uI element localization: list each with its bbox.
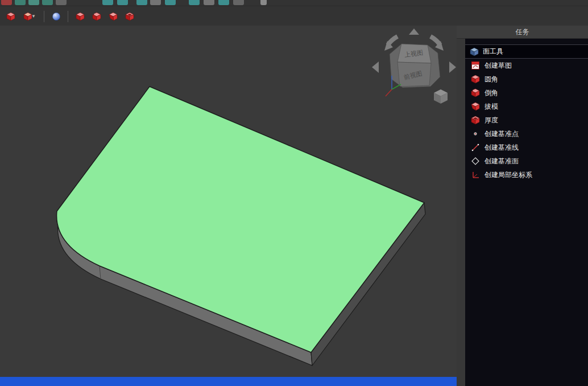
toolbar-icon-partial[interactable] [165, 0, 176, 5]
task-item-chamfer[interactable]: 倒角 [465, 86, 588, 100]
toolbar-icon-partial[interactable] [136, 0, 147, 5]
3d-viewport[interactable]: 上视图 前视图 [0, 26, 457, 386]
task-panel: 任务 面工具 创建草图 圆角 倒角 [457, 26, 588, 386]
task-panel-body: 面工具 创建草图 圆角 倒角 拔模 [465, 39, 588, 386]
chamfer-tool-icon[interactable] [89, 9, 104, 24]
selection-highlight-bar [0, 377, 457, 386]
sphere-tool-icon[interactable] [48, 9, 64, 24]
toolbar-area: ▼ [0, 0, 588, 26]
toolbar-icon-partial[interactable] [1, 0, 12, 5]
rotate-up-arrow-icon[interactable] [409, 28, 419, 35]
local-coordinate-system-icon [471, 170, 480, 179]
nav-mini-cube-icon[interactable] [434, 89, 448, 104]
toolbar-icon-partial[interactable] [218, 0, 229, 5]
section-face-tools[interactable]: 面工具 [465, 44, 588, 59]
toolbar-icon-partial[interactable] [15, 0, 26, 5]
panel-title: 任务 [457, 26, 588, 39]
datum-line-icon [471, 143, 480, 152]
task-item-datum-plane[interactable]: 创建基准面 [465, 154, 588, 168]
red-cube-tool-icon[interactable] [3, 9, 18, 24]
task-item-datum-line[interactable]: 创建基准线 [465, 141, 588, 154]
toolbar-icon-partial[interactable] [233, 0, 244, 5]
task-item-label: 拔模 [485, 102, 498, 112]
toolbar-icon-partial[interactable] [189, 0, 200, 5]
task-item-thickness[interactable]: 厚度 [465, 113, 588, 127]
task-item-datum-point[interactable]: 创建基准点 [465, 127, 588, 141]
toolbar-icon-partial[interactable] [204, 0, 214, 5]
toolbar-separator [68, 11, 68, 22]
toolbar-icon-partial[interactable] [117, 0, 128, 5]
task-item-fillet[interactable]: 圆角 [465, 72, 588, 86]
part-top-face-selected[interactable] [57, 87, 424, 352]
fillet-icon [471, 75, 480, 84]
task-item-label: 创建局部坐标系 [485, 170, 532, 180]
task-item-label: 圆角 [485, 75, 498, 84]
task-item-label: 创建基准线 [485, 143, 519, 153]
task-item-label: 厚度 [485, 116, 498, 125]
chevron-down-icon: ▼ [31, 14, 36, 19]
toolbar-icon-partial[interactable] [56, 0, 67, 5]
create-sketch-icon [471, 61, 480, 70]
thickness-tool-icon[interactable] [122, 9, 137, 24]
red-cube-dropdown-tool-icon[interactable]: ▼ [19, 9, 40, 24]
toolbar-icon-partial[interactable] [28, 0, 39, 5]
3d-scene: 上视图 前视图 [0, 26, 457, 386]
section-label: 面工具 [483, 47, 503, 56]
toolbar-icon-partial[interactable] [42, 0, 53, 5]
task-item-label: 倒角 [485, 88, 498, 98]
navigation-cube[interactable]: 上视图 前视图 [372, 28, 456, 104]
fillet-tool-icon[interactable] [72, 9, 88, 24]
draft-tool-icon[interactable] [105, 9, 121, 24]
task-item-label: 创建草图 [485, 61, 512, 71]
datum-point-icon [471, 129, 480, 138]
toolbar-separator [44, 11, 44, 22]
task-item-label: 创建基准点 [485, 129, 519, 139]
toolbar-icon-partial[interactable] [102, 0, 113, 5]
face-tools-icon [470, 47, 479, 56]
task-item-local-coordinate-system[interactable]: 创建局部坐标系 [465, 168, 588, 182]
thickness-icon [471, 116, 480, 125]
rotate-left-arrow-icon[interactable] [372, 61, 379, 73]
chamfer-icon [471, 88, 480, 97]
task-item-create-sketch[interactable]: 创建草图 [465, 59, 588, 72]
toolbar-icon-partial[interactable] [150, 0, 161, 5]
task-item-draft[interactable]: 拔模 [465, 100, 588, 113]
task-item-label: 创建基准面 [485, 157, 519, 166]
top-toolbar-row-partial [0, 0, 588, 6]
draft-icon [471, 102, 480, 111]
toolbar-icon-partial[interactable] [260, 0, 267, 5]
main-toolbar: ▼ [0, 7, 588, 26]
datum-plane-icon [471, 157, 480, 166]
rotate-right-arrow-icon[interactable] [449, 61, 456, 73]
